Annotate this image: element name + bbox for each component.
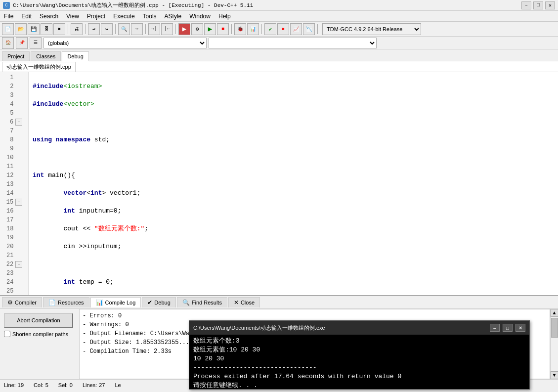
lines-label: Lines:: [83, 382, 97, 388]
abort-area: Abort Compilation Shorten compiler paths: [0, 309, 79, 379]
scroll-thumb[interactable]: [551, 318, 558, 338]
run-btn[interactable]: ▶: [204, 23, 216, 35]
menu-tools[interactable]: Tools: [139, 12, 161, 21]
debug-btn[interactable]: 🐞: [234, 23, 246, 35]
tab-compiler[interactable]: ⚙ Compiler: [2, 297, 42, 307]
save-btn[interactable]: 💾: [28, 23, 40, 35]
editor-tabs: Project Classes Debug: [0, 49, 558, 61]
indent-btn[interactable]: →|: [148, 23, 160, 35]
title-bar: C C:\Users\Wang\Documents\动态输入一维数组的例.cpp…: [0, 0, 558, 11]
toolbar-sep-5: [175, 24, 176, 34]
minimize-button[interactable]: –: [521, 1, 531, 9]
le-label: Le: [115, 382, 121, 388]
chart-btn[interactable]: 📈: [290, 23, 302, 35]
maximize-button[interactable]: □: [533, 1, 543, 9]
tab-debug-bottom[interactable]: ✔ Debug: [142, 297, 175, 307]
tab-classes[interactable]: Classes: [31, 51, 61, 61]
status-le: Le: [115, 382, 121, 388]
tab-find-results[interactable]: 🔍 Find Results: [177, 297, 227, 307]
lines-value: 27: [99, 382, 105, 388]
menu-edit[interactable]: Edit: [17, 12, 36, 21]
print-btn[interactable]: 🖨: [71, 23, 83, 35]
exec-restore-btn[interactable]: □: [503, 324, 513, 332]
menu-help[interactable]: Help: [215, 12, 235, 21]
main-toolbar: 📄 📂 💾 🗄 ✖ 🖨 ↩ ↪ 🔍 ↔ →| |← ▶ ⚙ ▶ ■ 🐞 📊 ✔ …: [0, 22, 558, 37]
tab-close-bottom[interactable]: ✕ Close: [228, 297, 260, 307]
redo-btn[interactable]: ↪: [101, 23, 113, 35]
app-icon: C: [3, 2, 10, 9]
stop-btn[interactable]: ■: [217, 23, 229, 35]
line-label: Line:: [4, 382, 16, 388]
new-btn[interactable]: 📄: [2, 23, 14, 35]
replace-btn[interactable]: ↔: [131, 23, 143, 35]
profile-btn[interactable]: 📊: [247, 23, 259, 35]
log-line-1: - Errors: 0: [83, 311, 547, 320]
undo-btn[interactable]: ↩: [88, 23, 100, 35]
status-line: Line: 19: [4, 382, 24, 388]
exec-line-3: 10 20 30: [193, 354, 525, 363]
check-btn[interactable]: ✔: [264, 23, 276, 35]
shorten-paths-checkbox[interactable]: Shorten compiler paths: [4, 331, 75, 337]
secondary-toolbar: 🏠 📌 ☰ (globals): [0, 37, 558, 49]
nav-back-btn[interactable]: 📌: [16, 37, 28, 49]
unindent-btn[interactable]: |←: [161, 23, 173, 35]
exec-line-4: --------------------------------: [193, 363, 525, 372]
col-value: 5: [45, 382, 48, 388]
compile-btn[interactable]: ⚙: [191, 23, 203, 35]
tab-resources[interactable]: 📄 Resources: [43, 297, 89, 307]
line-value: 19: [18, 382, 24, 388]
menu-file[interactable]: File: [0, 12, 17, 21]
fold-6[interactable]: –: [15, 119, 22, 126]
error-btn[interactable]: ✖: [277, 23, 289, 35]
fold-15[interactable]: –: [15, 199, 22, 206]
class-browse-btn[interactable]: 🏠: [2, 37, 14, 49]
tab-project[interactable]: Project: [2, 51, 30, 61]
menu-astyle[interactable]: AStyle: [161, 12, 186, 21]
fold-22[interactable]: –: [15, 261, 22, 268]
tab-compiler-label: Compiler: [15, 300, 37, 305]
file-tab-bar: 动态输入一维数组的例.cpp: [0, 61, 558, 72]
exec-close-btn[interactable]: ✕: [515, 324, 525, 332]
status-col: Col: 5: [34, 382, 48, 388]
resources-icon: 📄: [48, 299, 56, 306]
compile-run-btn[interactable]: ▶: [178, 23, 190, 35]
exec-window-title: C:\Users\Wang\Documents\动态输入一维数组的例.exe: [193, 324, 325, 332]
chart2-btn[interactable]: 📉: [303, 23, 315, 35]
status-sel: Sel: 0: [58, 382, 73, 388]
exec-minimize-btn[interactable]: –: [490, 324, 500, 332]
open-btn[interactable]: 📂: [15, 23, 27, 35]
sel-value: 0: [70, 382, 73, 388]
find-btn[interactable]: 🔍: [118, 23, 130, 35]
nav-list-btn[interactable]: ☰: [30, 37, 42, 49]
scope-select[interactable]: [209, 38, 377, 48]
menu-project[interactable]: Project: [83, 12, 109, 21]
exec-line-1: 数组元素个数:3: [193, 337, 525, 346]
tab-debug-bottom-label: Debug: [154, 300, 170, 305]
tab-compile-log[interactable]: 📊 Compile Log: [90, 297, 141, 307]
menu-view[interactable]: View: [62, 12, 83, 21]
close-btn[interactable]: ✖: [53, 23, 65, 35]
log-scrollbar[interactable]: ▲ ▼: [550, 309, 558, 379]
tab-debug[interactable]: Debug: [62, 51, 88, 61]
shorten-paths-input[interactable]: [4, 331, 10, 337]
window-title: C:\Users\Wang\Documents\动态输入一维数组的例.cpp -…: [13, 1, 253, 9]
save-all-btn[interactable]: 🗄: [41, 23, 52, 35]
globals-select[interactable]: (globals): [43, 38, 207, 48]
close-button[interactable]: ✕: [545, 1, 555, 9]
status-lines: Lines: 27: [83, 382, 105, 388]
shorten-paths-label: Shorten compiler paths: [12, 331, 68, 337]
menu-search[interactable]: Search: [36, 12, 62, 21]
scroll-up-arrow[interactable]: ▲: [551, 309, 558, 317]
scroll-down-arrow[interactable]: ▼: [551, 371, 558, 379]
toolbar-sep-4: [145, 24, 146, 34]
menu-execute[interactable]: Execute: [109, 12, 138, 21]
file-tab-main[interactable]: 动态输入一维数组的例.cpp: [2, 62, 76, 72]
abort-compilation-button[interactable]: Abort Compilation: [4, 313, 73, 328]
toolbar-sep-7: [261, 24, 262, 34]
menu-window[interactable]: Window: [185, 12, 215, 21]
compiler-select[interactable]: TDM-GCC 4.9.2 64-bit Release: [322, 23, 421, 35]
editor-area: 1 2 3 4 5 6– 7 8 9 10 11 12 13 14 15– 16…: [0, 72, 558, 295]
code-editor[interactable]: #include <iostream> #include <vector> us…: [29, 72, 558, 295]
sel-label: Sel:: [58, 382, 68, 388]
toolbar-sep-8: [317, 24, 318, 34]
